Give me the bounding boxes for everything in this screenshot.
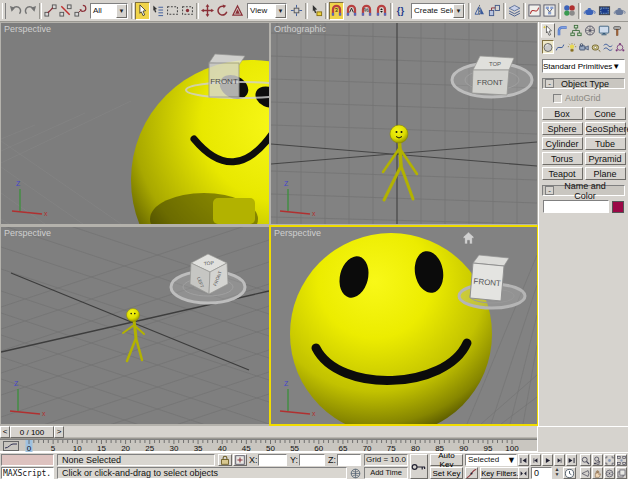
- key-mode-toggle-icon[interactable]: [518, 467, 529, 479]
- go-to-end-icon[interactable]: [566, 454, 577, 466]
- auto-key-button[interactable]: Auto Key: [430, 454, 463, 466]
- render-type-icon[interactable]: [597, 2, 612, 20]
- pan-icon[interactable]: [592, 467, 603, 479]
- utilities-tab[interactable]: [611, 23, 625, 38]
- viewport-label[interactable]: Orthographic: [274, 24, 326, 34]
- display-tab[interactable]: [597, 23, 611, 38]
- window-crossing-icon[interactable]: [180, 2, 195, 20]
- object-type-rollout[interactable]: - Object Type: [542, 78, 625, 89]
- layer-manager-icon[interactable]: [507, 2, 522, 20]
- rectangular-selection-region-icon[interactable]: [165, 2, 180, 20]
- x-coordinate-field[interactable]: [258, 454, 287, 466]
- curve-editor-icon[interactable]: [527, 2, 542, 20]
- object-type-cylinder-button[interactable]: Cylinder: [542, 137, 583, 150]
- dropdown-arrow-icon[interactable]: ▼: [453, 4, 464, 18]
- cameras-category[interactable]: [578, 40, 590, 54]
- zoom-extents-all-icon[interactable]: [616, 454, 627, 466]
- select-and-link-icon[interactable]: [43, 2, 58, 20]
- macro-recorder-field[interactable]: [1, 454, 54, 466]
- use-pivot-point-center-icon[interactable]: [289, 2, 304, 20]
- object-type-teapot-button[interactable]: Teapot: [542, 167, 583, 180]
- viewport-label[interactable]: Perspective: [4, 24, 51, 34]
- name-and-color-rollout[interactable]: - Name and Color: [542, 185, 625, 196]
- object-type-box-button[interactable]: Box: [542, 107, 583, 120]
- modify-tab[interactable]: [555, 23, 569, 38]
- viewcube-front-label[interactable]: FRONT: [210, 77, 238, 86]
- select-and-manipulate-icon[interactable]: [309, 2, 324, 20]
- object-type-torus-button[interactable]: Torus: [542, 152, 583, 165]
- render-scene-icon[interactable]: [582, 2, 597, 20]
- absolute-mode-toggle-icon[interactable]: [233, 454, 247, 466]
- dropdown-arrow-icon[interactable]: ▼: [116, 4, 127, 18]
- collapse-icon[interactable]: -: [545, 186, 554, 195]
- autogrid-checkbox[interactable]: [553, 94, 562, 103]
- time-slider-prev-button[interactable]: <: [0, 426, 10, 438]
- systems-category[interactable]: [614, 40, 626, 54]
- unlink-selection-icon[interactable]: [58, 2, 73, 20]
- shapes-category[interactable]: [554, 40, 566, 54]
- object-color-swatch[interactable]: [612, 201, 624, 213]
- maxscript-mini-listener[interactable]: MAXScript.: [1, 467, 54, 479]
- space-warps-category[interactable]: [602, 40, 614, 54]
- viewport-label[interactable]: Perspective: [274, 228, 321, 238]
- select-and-scale-icon[interactable]: [230, 2, 245, 20]
- dropdown-arrow-icon[interactable]: ▼: [275, 4, 286, 18]
- spinner-snap-toggle-icon[interactable]: [374, 2, 389, 20]
- add-time-tag-button[interactable]: Add Time Tag: [364, 467, 408, 479]
- collapse-icon[interactable]: -: [545, 79, 554, 88]
- lights-category[interactable]: [566, 40, 578, 54]
- percent-snap-toggle-icon[interactable]: %: [359, 2, 374, 20]
- lock-selection-icon[interactable]: [218, 454, 232, 466]
- z-coordinate-field[interactable]: [337, 454, 361, 466]
- zoom-all-icon[interactable]: [592, 454, 603, 466]
- viewport-label[interactable]: Perspective: [4, 228, 51, 238]
- time-configuration-icon[interactable]: [563, 467, 576, 479]
- hierarchy-tab[interactable]: [569, 23, 583, 38]
- current-frame-field[interactable]: 0: [531, 467, 552, 479]
- next-frame-icon[interactable]: [554, 454, 565, 466]
- named-selection-sets-dropdown[interactable]: Create Selection Set▼: [411, 3, 465, 19]
- snaps-toggle-icon[interactable]: 3: [329, 2, 344, 20]
- time-slider-next-button[interactable]: >: [54, 426, 64, 438]
- field-of-view-icon[interactable]: [580, 467, 591, 479]
- redo-icon[interactable]: [23, 2, 38, 20]
- object-type-plane-button[interactable]: Plane: [585, 167, 626, 180]
- helpers-category[interactable]: [590, 40, 602, 54]
- object-type-geosphere-button[interactable]: GeoSphere: [585, 122, 626, 135]
- angle-snap-toggle-icon[interactable]: [344, 2, 359, 20]
- object-type-tube-button[interactable]: Tube: [585, 137, 626, 150]
- geometry-category[interactable]: [542, 40, 554, 54]
- dropdown-arrow-icon[interactable]: ▼: [612, 62, 620, 71]
- zoom-icon[interactable]: [580, 454, 591, 466]
- viewport-bottom-left[interactable]: TOP LEFT FRONT Z x Perspective: [1, 227, 269, 424]
- zoom-extents-icon[interactable]: [604, 454, 615, 466]
- viewport-top-right[interactable]: TOP FRONT Z x Orthographic: [271, 23, 537, 224]
- set-key-icon[interactable]: [410, 454, 428, 479]
- schematic-view-icon[interactable]: [542, 2, 557, 20]
- motion-tab[interactable]: [583, 23, 597, 38]
- play-animation-icon[interactable]: [542, 454, 553, 466]
- go-to-start-icon[interactable]: [518, 454, 529, 466]
- edit-named-selection-sets-icon[interactable]: {}: [394, 2, 409, 20]
- quick-render-icon[interactable]: [612, 2, 627, 20]
- select-by-name-icon[interactable]: [150, 2, 165, 20]
- previous-frame-icon[interactable]: [530, 454, 541, 466]
- align-icon[interactable]: [487, 2, 502, 20]
- object-type-sphere-button[interactable]: Sphere: [542, 122, 583, 135]
- viewport-top-left[interactable]: FRONT Z x Perspective: [1, 23, 269, 224]
- primitives-dropdown[interactable]: Standard Primitives ▼: [542, 59, 625, 73]
- object-type-pyramid-button[interactable]: Pyramid: [585, 152, 626, 165]
- bind-to-space-warp-icon[interactable]: [73, 2, 88, 20]
- object-type-cone-button[interactable]: Cone: [585, 107, 626, 120]
- select-and-rotate-icon[interactable]: [215, 2, 230, 20]
- mirror-icon[interactable]: [472, 2, 487, 20]
- select-and-move-icon[interactable]: [200, 2, 215, 20]
- undo-icon[interactable]: [8, 2, 23, 20]
- time-slider-value[interactable]: 0 / 100: [10, 426, 54, 438]
- selection-filter-dropdown[interactable]: All▼: [90, 3, 128, 19]
- reference-coordinate-system-dropdown[interactable]: View▼: [247, 3, 287, 19]
- material-editor-icon[interactable]: [562, 2, 577, 20]
- time-slider-track[interactable]: [64, 427, 537, 438]
- arc-rotate-icon[interactable]: [604, 467, 615, 479]
- frame-spinner[interactable]: ▲▼: [553, 467, 561, 479]
